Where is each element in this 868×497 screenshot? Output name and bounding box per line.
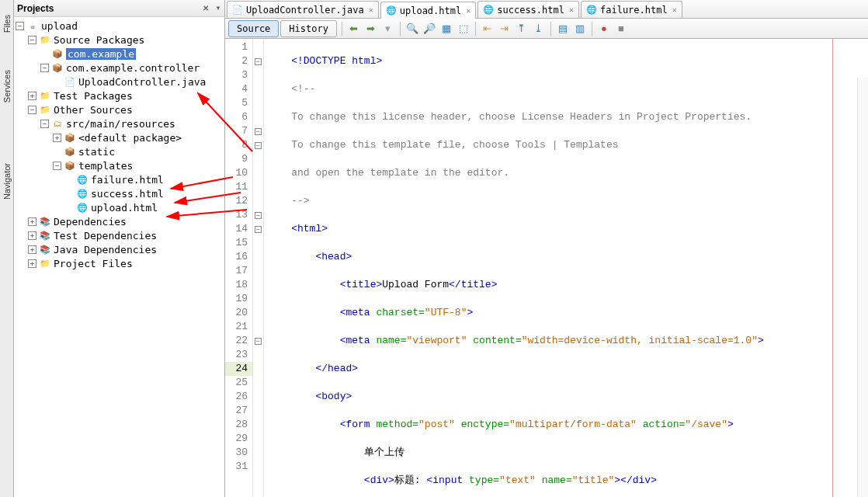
fold-toggle-icon[interactable]: − — [255, 212, 262, 219]
tree-test-dependencies[interactable]: +📚Test Dependencies — [14, 228, 224, 242]
fold-gutter: −−−−−− — [253, 39, 264, 497]
source-tab[interactable]: Source — [228, 20, 279, 37]
uncomment-icon[interactable]: ▥ — [571, 20, 589, 37]
collapse-icon[interactable]: − — [53, 162, 61, 170]
html-file-icon: 🌐 — [586, 5, 597, 16]
comment-icon[interactable]: ▤ — [554, 20, 571, 37]
tree-file-failure[interactable]: 🌐failure.html — [14, 172, 224, 186]
collapse-icon[interactable]: − — [40, 120, 49, 128]
shift-left-icon[interactable]: ⇤ — [479, 20, 496, 37]
close-icon[interactable]: ✕ — [569, 5, 574, 14]
bookmark-prev-icon[interactable]: ⤒ — [513, 20, 530, 37]
tree-source-packages[interactable]: −📁Source Packages — [14, 33, 224, 47]
close-icon[interactable]: ✕ — [672, 5, 677, 14]
collapse-icon[interactable]: − — [40, 64, 49, 72]
tree-default-pkg[interactable]: +📦<default package> — [14, 130, 224, 144]
shift-right-icon[interactable]: ⇥ — [496, 20, 513, 37]
folder-icon: 📁 — [39, 103, 51, 116]
html-file-icon: 🌐 — [386, 5, 397, 16]
fold-toggle-icon[interactable]: − — [255, 142, 262, 149]
dropdown-icon[interactable]: ▼ — [215, 5, 221, 12]
code-editor[interactable]: 1234567891011121314151617181920212223242… — [225, 39, 868, 497]
tree-resources[interactable]: −🗂src/main/resources — [14, 116, 224, 130]
files-vtab[interactable]: Files — [1, 9, 13, 38]
tree-file-controller[interactable]: 📄UploadController.java — [14, 75, 224, 89]
tree-templates[interactable]: −📦templates — [14, 158, 224, 172]
tab-failure-html[interactable]: 🌐failure.html✕ — [581, 1, 682, 18]
record-macro-icon[interactable]: ● — [595, 20, 613, 37]
package-icon: 📦 — [64, 145, 76, 158]
library-icon: 📚 — [39, 229, 51, 242]
find-icon[interactable]: 🔍 — [404, 20, 421, 37]
tree-root[interactable]: −☕upload — [14, 19, 224, 33]
close-icon[interactable]: ✕ — [466, 6, 470, 15]
package-icon: 📦 — [64, 159, 76, 172]
back-icon[interactable]: ⬅ — [345, 20, 363, 37]
error-stripe[interactable] — [857, 78, 868, 497]
expand-icon[interactable]: + — [28, 245, 36, 254]
tree-file-success[interactable]: 🌐success.html — [14, 186, 224, 200]
project-icon: ☕ — [26, 19, 39, 32]
expand-icon[interactable]: + — [28, 92, 36, 100]
tree-pkg-controller[interactable]: −📦com.example.controller — [14, 61, 224, 75]
toggle-highlight-icon[interactable]: ▦ — [438, 20, 455, 37]
tab-upload-html[interactable]: 🌐upload.html✕ — [380, 2, 477, 19]
code-content[interactable]: <!DOCTYPE html> <!-- To change this lice… — [264, 39, 868, 497]
html-file-icon: 🌐 — [76, 201, 89, 214]
html-file-icon: 🌐 — [76, 187, 89, 200]
folder-icon: 🗂 — [51, 117, 64, 130]
collapse-icon[interactable]: − — [28, 106, 36, 114]
folder-icon: 📁 — [39, 257, 51, 269]
forward-icon[interactable]: ➡ — [363, 20, 380, 37]
html-file-icon: 🌐 — [483, 5, 494, 16]
fold-toggle-icon[interactable]: − — [255, 128, 262, 135]
tree-pkg-example[interactable]: 📦com.example — [14, 47, 224, 61]
expand-icon[interactable]: + — [28, 217, 36, 226]
bookmark-next-icon[interactable]: ⤓ — [530, 20, 547, 37]
editor-area: 📄UploadController.java✕ 🌐upload.html✕ 🌐s… — [225, 0, 868, 497]
expand-icon[interactable]: + — [28, 231, 36, 240]
library-icon: 📚 — [39, 215, 51, 228]
refresh-icon[interactable]: ▾ — [380, 20, 397, 37]
fold-toggle-icon[interactable]: − — [255, 338, 262, 345]
tree-dependencies[interactable]: +📚Dependencies — [14, 214, 224, 228]
select-block-icon[interactable]: ⬚ — [455, 20, 472, 37]
fold-toggle-icon[interactable]: − — [255, 226, 262, 233]
navigator-vtab[interactable]: Navigator — [1, 158, 13, 205]
java-file-icon: 📄 — [232, 5, 243, 16]
expand-icon[interactable]: + — [53, 134, 61, 142]
package-icon: 📦 — [51, 47, 64, 60]
expand-icon[interactable]: + — [28, 259, 36, 268]
history-tab[interactable]: History — [280, 20, 337, 37]
tree-other-sources[interactable]: −📁Other Sources — [14, 103, 224, 116]
html-file-icon: 🌐 — [76, 173, 89, 186]
projects-panel: Projects ✕ ▼ −☕upload −📁Source Packages … — [14, 0, 225, 497]
tree-project-files[interactable]: +📁Project Files — [14, 256, 224, 270]
right-margin-line — [832, 39, 833, 497]
tree-static[interactable]: 📦static — [14, 144, 224, 158]
close-icon[interactable]: ✕ — [369, 5, 373, 14]
editor-sub-toolbar: Source History ⬅ ➡ ▾ 🔍 🔎 ▦ ⬚ ⇤ ⇥ ⤒ ⤓ ▤ ▥… — [225, 19, 868, 39]
collapse-icon[interactable]: − — [16, 22, 24, 30]
line-number-gutter: 1234567891011121314151617181920212223242… — [225, 39, 253, 497]
close-icon[interactable]: ✕ — [200, 4, 212, 12]
fold-toggle-icon[interactable]: − — [255, 58, 262, 65]
vertical-tab-strip: Files Services Navigator — [0, 0, 14, 497]
package-icon: 📦 — [64, 131, 76, 144]
file-tabs: 📄UploadController.java✕ 🌐upload.html✕ 🌐s… — [225, 0, 868, 19]
package-icon: 📦 — [51, 61, 64, 74]
tree-test-packages[interactable]: +📁Test Packages — [14, 89, 224, 103]
tab-uploadcontroller[interactable]: 📄UploadController.java✕ — [227, 1, 379, 18]
find-prev-icon[interactable]: 🔎 — [421, 20, 438, 37]
tree-java-dependencies[interactable]: +📚Java Dependencies — [14, 242, 224, 256]
projects-title: Projects — [17, 3, 54, 14]
tree-file-upload[interactable]: 🌐upload.html — [14, 200, 224, 214]
projects-header: Projects ✕ ▼ — [14, 0, 224, 17]
tab-success-html[interactable]: 🌐success.html✕ — [477, 1, 579, 18]
services-vtab[interactable]: Services — [1, 64, 13, 108]
stop-macro-icon[interactable]: ■ — [613, 20, 630, 37]
project-tree[interactable]: −☕upload −📁Source Packages 📦com.example … — [14, 17, 224, 497]
folder-icon: 📁 — [39, 89, 51, 102]
java-file-icon: 📄 — [64, 75, 76, 88]
collapse-icon[interactable]: − — [28, 36, 36, 44]
